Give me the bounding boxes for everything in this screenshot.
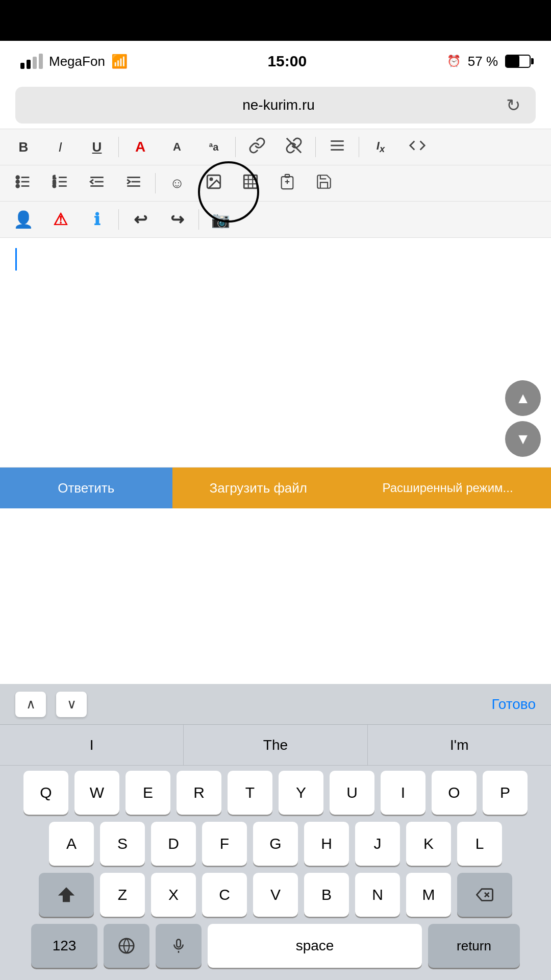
reply-button[interactable]: Ответить bbox=[0, 468, 172, 508]
key-u[interactable]: U bbox=[330, 771, 374, 815]
shift-key[interactable] bbox=[39, 873, 94, 917]
autocomplete-item-2[interactable]: The bbox=[184, 725, 367, 765]
key-d[interactable]: D bbox=[151, 822, 196, 866]
camera-button[interactable]: 📷 bbox=[203, 205, 238, 234]
key-l[interactable]: L bbox=[457, 822, 502, 866]
keyboard-up-arrow[interactable]: ∧ bbox=[15, 692, 46, 717]
keyboard-toolbar: ∧ ∨ Готово bbox=[0, 684, 551, 725]
key-i[interactable]: I bbox=[381, 771, 425, 815]
font-size-button[interactable]: A bbox=[160, 132, 194, 162]
key-r[interactable]: R bbox=[177, 771, 221, 815]
indent-inc-icon bbox=[125, 173, 142, 194]
table-button[interactable] bbox=[233, 168, 268, 198]
numbers-key[interactable]: 123 bbox=[31, 924, 97, 968]
undo-icon: ↩ bbox=[134, 210, 147, 229]
url-bar[interactable]: ne-kurim.ru ↻ bbox=[15, 87, 536, 124]
key-row-4: 123 space return bbox=[4, 924, 547, 968]
key-y[interactable]: Y bbox=[279, 771, 323, 815]
link-button[interactable] bbox=[240, 132, 274, 162]
carrier-name: MegaFon bbox=[49, 54, 105, 69]
bold-icon: B bbox=[19, 139, 29, 155]
toolbar-divider-7 bbox=[198, 209, 199, 230]
align-button[interactable] bbox=[320, 132, 355, 162]
key-f[interactable]: F bbox=[202, 822, 247, 866]
info-button[interactable]: ℹ bbox=[80, 205, 114, 234]
keyboard-done-button[interactable]: Готово bbox=[492, 696, 536, 713]
url-text[interactable]: ne-kurim.ru bbox=[51, 97, 506, 113]
keyboard-keys: Q W E R T Y U I O P A S D F G H J K bbox=[0, 766, 551, 980]
align-icon bbox=[329, 137, 346, 158]
clear-format-button[interactable]: Ix bbox=[363, 132, 398, 162]
toolbar-row-3: 👤 ⚠ ℹ ↩ ↪ 📷 bbox=[0, 202, 551, 237]
key-k[interactable]: K bbox=[406, 822, 451, 866]
phone-content: MegaFon 📶 15:00 ⏰ 57 % ne-kurim.ru ↻ B I bbox=[0, 41, 551, 980]
key-q[interactable]: Q bbox=[23, 771, 68, 815]
source-button[interactable] bbox=[400, 132, 435, 162]
profile-icon: 👤 bbox=[13, 210, 34, 229]
globe-key[interactable] bbox=[104, 924, 149, 968]
text-case-button[interactable]: ªa bbox=[196, 132, 231, 162]
key-b[interactable]: B bbox=[304, 873, 349, 917]
redo-icon: ↪ bbox=[170, 210, 184, 229]
status-time: 15:00 bbox=[267, 53, 307, 70]
return-key[interactable]: return bbox=[428, 924, 520, 968]
key-e[interactable]: E bbox=[126, 771, 170, 815]
reload-icon[interactable]: ↻ bbox=[506, 95, 520, 115]
keyboard-down-arrow[interactable]: ∨ bbox=[56, 692, 87, 717]
svg-rect-24 bbox=[244, 175, 257, 188]
key-x[interactable]: X bbox=[151, 873, 196, 917]
key-h[interactable]: H bbox=[304, 822, 349, 866]
key-p[interactable]: P bbox=[483, 771, 528, 815]
key-j[interactable]: J bbox=[355, 822, 400, 866]
autocomplete-item-1[interactable]: I bbox=[0, 725, 184, 765]
status-left: MegaFon 📶 bbox=[20, 54, 128, 69]
bullet-list-button[interactable] bbox=[6, 168, 41, 198]
key-o[interactable]: O bbox=[432, 771, 477, 815]
key-z[interactable]: Z bbox=[100, 873, 145, 917]
bold-button[interactable]: B bbox=[6, 132, 41, 162]
unlink-button[interactable] bbox=[277, 132, 311, 162]
indent-dec-button[interactable] bbox=[80, 168, 114, 198]
emoji-icon: ☺ bbox=[170, 175, 185, 191]
extended-mode-button[interactable]: Расширенный режим... bbox=[344, 468, 551, 508]
key-w[interactable]: W bbox=[74, 771, 119, 815]
font-color-button[interactable]: A bbox=[123, 132, 158, 162]
key-m[interactable]: M bbox=[406, 873, 451, 917]
redo-button[interactable]: ↪ bbox=[160, 205, 194, 234]
key-c[interactable]: C bbox=[202, 873, 247, 917]
key-v[interactable]: V bbox=[253, 873, 298, 917]
status-right: ⏰ 57 % bbox=[447, 54, 531, 69]
key-row-1: Q W E R T Y U I O P bbox=[4, 771, 547, 815]
backspace-key[interactable] bbox=[457, 873, 512, 917]
key-a[interactable]: A bbox=[49, 822, 94, 866]
key-t[interactable]: T bbox=[228, 771, 272, 815]
underline-button[interactable]: U bbox=[80, 132, 114, 162]
special-paste-button[interactable] bbox=[270, 168, 305, 198]
toolbar-divider-1 bbox=[118, 137, 119, 157]
mic-key[interactable] bbox=[156, 924, 202, 968]
numbered-list-button[interactable]: 123 bbox=[43, 168, 78, 198]
scroll-down-button[interactable]: ▼ bbox=[505, 421, 541, 457]
space-key[interactable]: space bbox=[208, 924, 422, 968]
save-button[interactable] bbox=[307, 168, 341, 198]
key-g[interactable]: G bbox=[253, 822, 298, 866]
toolbar-divider-6 bbox=[118, 209, 119, 230]
warning-button[interactable]: ⚠ bbox=[43, 205, 78, 234]
italic-button[interactable]: I bbox=[43, 132, 78, 162]
undo-button[interactable]: ↩ bbox=[123, 205, 158, 234]
scroll-up-button[interactable]: ▲ bbox=[505, 380, 541, 416]
upload-button[interactable]: Загрузить файл bbox=[172, 468, 345, 508]
keyboard-area: ∧ ∨ Готово I The I'm Q W E R T Y U I O bbox=[0, 684, 551, 980]
keyboard-nav-arrows: ∧ ∨ bbox=[15, 692, 87, 717]
indent-inc-button[interactable] bbox=[116, 168, 151, 198]
autocomplete-item-3[interactable]: I'm bbox=[368, 725, 551, 765]
image-button[interactable] bbox=[196, 168, 231, 198]
svg-rect-37 bbox=[177, 940, 181, 947]
editor-area[interactable]: ▲ ▼ bbox=[0, 238, 551, 468]
key-n[interactable]: N bbox=[355, 873, 400, 917]
key-s[interactable]: S bbox=[100, 822, 145, 866]
emoji-button[interactable]: ☺ bbox=[160, 168, 194, 198]
profile-button[interactable]: 👤 bbox=[6, 205, 41, 234]
status-bar-black bbox=[0, 0, 551, 41]
svg-point-7 bbox=[16, 176, 19, 179]
